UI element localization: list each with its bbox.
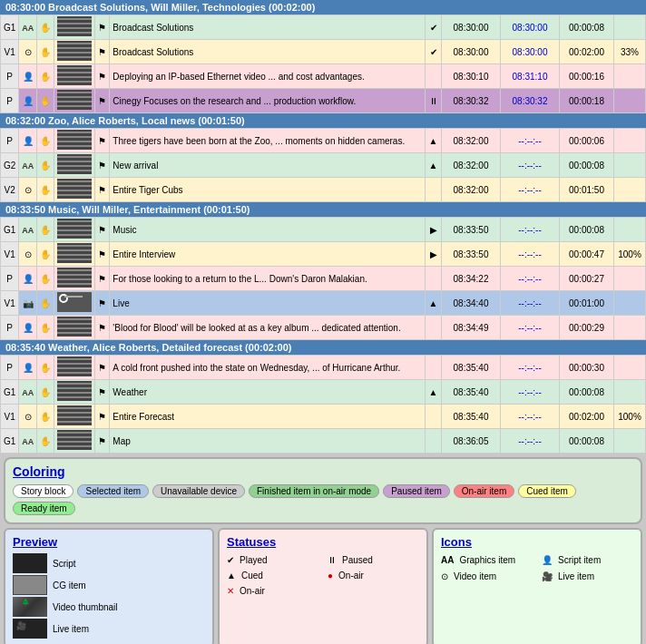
time-end: --:--:-- [501,316,560,340]
aa-icon: AA [19,153,37,178]
flag-icon: ⚑ [95,218,110,242]
time-start: 08:32:00 [442,129,501,153]
video-label2: Video item [454,571,496,581]
icon-live: 🎥 Live item [542,571,633,581]
hand-icon: ✋ [37,291,54,316]
table-row[interactable]: G1 AA ✋ ⚑ Map 08:36:05 --:--:-- 00:00:08 [1,429,646,454]
status-icon: ▲ [426,153,442,178]
table-row[interactable]: V2 ⊙ ✋ ⚑ Entire Tiger Cubs 08:32:00 --:-… [1,178,646,202]
status-icon: ✔ [426,40,442,64]
table-row[interactable]: P 👤 ✋ ⚑ For those looking to a return to… [1,267,646,291]
time-end: --:--:-- [501,429,560,454]
status-icon: ▲ [426,291,442,316]
time-end: 08:30:32 [501,89,560,113]
thumbnail [54,89,95,113]
flag-icon: ⚑ [95,129,110,153]
status-icon [426,356,442,380]
flag-icon: ⚑ [95,405,110,429]
status-icon: ✔ [426,15,442,40]
table-row[interactable]: V1 📷 ✋ ⚑ Live ▲ 08:34:40 --:--:-- 00:01:… [1,291,646,316]
live-icon2: 🎥 [542,571,553,581]
status-onair: ● On-air [328,571,419,581]
duration: 00:00:29 [560,316,614,340]
table-row[interactable]: G2 AA ✋ ⚑ New arrival ▲ 08:32:00 --:--:-… [1,153,646,178]
row-title: Weather [110,380,426,405]
status-icon [426,429,442,454]
time-end: --:--:-- [501,267,560,291]
badge-story-block: Story block [13,484,73,498]
flag-icon: ⚑ [95,153,110,178]
table-row[interactable]: P 👤 ✋ ⚑ Deploying an IP-based Ethernet v… [1,64,646,89]
played-icon: ✔ [227,555,234,565]
percent [614,316,646,340]
percent: 33% [614,40,646,64]
badge-paused: Paused item [383,484,450,498]
unsupported-icon: ✕ [227,586,234,596]
person-icon: 👤 [19,89,37,113]
table-row[interactable]: P 👤 ✋ ⚑ 'Blood for Blood' will be looked… [1,316,646,340]
time-start: 08:36:05 [442,429,501,454]
hand-icon: ✋ [37,153,54,178]
graphics-label: Graphics item [459,555,515,565]
preview-item-cg: CG item [13,575,205,595]
flag-icon: ⚑ [95,64,110,89]
status-icon: ▲ [426,380,442,405]
rundown-table-4: P 👤 ✋ ⚑ A cold front pushed into the sta… [0,355,646,454]
hand-icon: ✋ [37,15,54,40]
row-title: 'Blood for Blood' will be looked at as a… [110,316,426,340]
table-row[interactable]: P 👤 ✋ ⚑ Cinegy Focuses on the research a… [1,89,646,113]
table-row[interactable]: G1 AA ✋ ⚑ Broadcast Solutions ✔ 08:30:00… [1,15,646,40]
table-row[interactable]: P 👤 ✋ ⚑ Three tigers have been born at t… [1,129,646,153]
status-cued: ▲ Cued [227,571,318,581]
coloring-section: Coloring Story block Selected item Unava… [4,457,642,524]
statuses-title: Statuses [227,535,419,549]
thumbnail [54,40,95,64]
person-icon: 👤 [19,64,37,89]
duration: 00:00:27 [560,267,614,291]
duration: 00:01:00 [560,291,614,316]
percent [614,218,646,242]
badge-selected: Selected item [77,484,149,498]
table-row[interactable]: G1 AA ✋ ⚑ Music ▶ 08:33:50 --:--:-- 00:0… [1,218,646,242]
row-title: Three tigers have been born at the Zoo, … [110,129,426,153]
flag-icon: ⚑ [95,356,110,380]
flag-icon: ⚑ [95,380,110,405]
table-row[interactable]: P 👤 ✋ ⚑ A cold front pushed into the sta… [1,356,646,380]
row-title: New arrival [110,153,426,178]
aa-icon: AA [19,429,37,454]
status-played: ✔ Played [227,555,318,565]
badge-finished: Finished item in on-air mode [249,484,379,498]
script-label: Script [53,559,76,569]
badge-onair: On-air item [454,484,514,498]
live-icon: 🎥 [13,619,47,639]
thumbnail [54,64,95,89]
preview-panel: Preview Script CG item 🌲 Video thumbnail… [4,528,214,644]
percent [614,429,646,454]
hand-icon: ✋ [37,267,54,291]
time-end: --:--:-- [501,129,560,153]
table-row[interactable]: G1 AA ✋ ⚑ Weather ▲ 08:35:40 --:--:-- 00… [1,380,646,405]
rundown-table-2: P 👤 ✋ ⚑ Three tigers have been born at t… [0,128,646,202]
rundown-table-3: G1 AA ✋ ⚑ Music ▶ 08:33:50 --:--:-- 00:0… [0,217,646,340]
flag-icon: ⚑ [95,15,110,40]
icon-video: ⊙ Video item [441,571,533,581]
script-label2: Script item [558,555,601,565]
main-container: 08:30:00 Broadcast Solutions, Will Mille… [0,0,646,644]
row-type: G1 [1,15,19,40]
table-row[interactable]: V1 ⊙ ✋ ⚑ Entire Interview ▶ 08:33:50 --:… [1,242,646,267]
hand-icon: ✋ [37,405,54,429]
table-row[interactable]: V1 ⊙ ✋ ⚑ Broadcast Solutions ✔ 08:30:00 … [1,40,646,64]
table-row[interactable]: V1 ⊙ ✋ ⚑ Entire Forecast 08:35:40 --:--:… [1,405,646,429]
video-thumb-icon: 🌲 [13,597,47,617]
flag-icon: ⚑ [95,316,110,340]
status-icon: ▶ [426,242,442,267]
duration: 00:02:00 [560,40,614,64]
time-start: 08:30:00 [442,15,501,40]
percent [614,153,646,178]
thumbnail [54,291,95,316]
video-label: Video thumbnail [53,602,118,612]
row-title: Deploying an IP-based Ethernet video ...… [110,64,426,89]
time-start: 08:35:40 [442,380,501,405]
duration: 00:00:08 [560,429,614,454]
icons-panel: Icons AA Graphics item 👤 Script item ⊙ V… [432,528,642,644]
